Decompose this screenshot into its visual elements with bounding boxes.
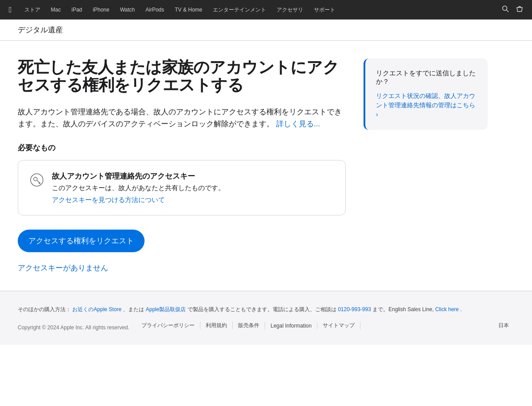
access-key-content: 故人アカウント管理連絡先のアクセスキー このアクセスキーは、故人があなたと共有し… (52, 171, 225, 204)
nav-item-entertainment[interactable]: エンターテインメント (207, 0, 271, 20)
nav-item-store[interactable]: ストア (19, 0, 46, 20)
learn-more-link[interactable]: 詳しく見る... (276, 120, 320, 128)
key-icon (29, 172, 45, 188)
info-card: リクエストをすでに送信しましたか？ リクエスト状況の確認、故人アカウント管理連絡… (364, 59, 488, 130)
access-key-title: 故人アカウント管理連絡先のアクセスキー (52, 171, 225, 181)
required-heading: 必要なもの (18, 143, 346, 153)
info-card-link[interactable]: リクエスト状況の確認、故人アカウント管理連絡先情報の管理はこちら › (376, 92, 475, 118)
svg-line-4 (37, 180, 40, 183)
footer-purchase-post: で製品を購入することもできます。電話による購入、ご相談は (188, 306, 336, 312)
footer-phone-link[interactable]: 0120-993-993 (338, 306, 371, 312)
nav-items: ストア Mac iPad iPhone Watch AirPods TV & H… (19, 0, 502, 20)
search-icon[interactable] (502, 5, 509, 14)
page-title: 死亡した友人または家族のアカウントにアクセスする権利をリクエストする (18, 59, 346, 94)
footer-click-here-link[interactable]: Click here (435, 306, 459, 312)
nav-item-iphone[interactable]: iPhone (87, 0, 114, 20)
left-column: 死亡した友人または家族のアカウントにアクセスする権利をリクエストする 故人アカウ… (18, 59, 346, 273)
footer-purchase-info: そのほかの購入方法： お近くのApple Store 、または Apple製品取… (18, 305, 514, 314)
no-access-key-link[interactable]: アクセスキーがありません (18, 263, 346, 273)
footer-link-terms[interactable]: 利用規約 (200, 322, 233, 329)
nav-actions (502, 5, 523, 14)
nav-item-mac[interactable]: Mac (46, 0, 66, 20)
breadcrumb-bar: デジタル遺産 (0, 20, 532, 41)
footer-links: Copyright © 2024 Apple Inc. All rights r… (18, 321, 514, 331)
shopping-bag-icon[interactable] (516, 5, 523, 14)
footer-link-privacy[interactable]: プライバシーポリシー (136, 322, 200, 329)
navigation:  ストア Mac iPad iPhone Watch AirPods TV &… (0, 0, 532, 20)
main-content: 死亡した友人または家族のアカウントにアクセスする権利をリクエストする 故人アカウ… (0, 41, 532, 291)
footer: そのほかの購入方法： お近くのApple Store 、または Apple製品取… (0, 291, 532, 345)
info-card-question: リクエストをすでに送信しましたか？ (376, 69, 477, 86)
footer-link-sales[interactable]: 販売条件 (233, 322, 265, 329)
nav-item-accessories[interactable]: アクセサリ (271, 0, 309, 20)
nav-item-ipad[interactable]: iPad (66, 0, 87, 20)
footer-copyright: Copyright © 2024 Apple Inc. All rights r… (18, 324, 129, 331)
footer-link-legal[interactable]: Legal Information (265, 323, 317, 329)
right-column: リクエストをすでに送信しましたか？ リクエスト状況の確認、故人アカウント管理連絡… (364, 59, 488, 130)
footer-link-region[interactable]: 日本 (493, 322, 514, 329)
footer-phone-post: まで。English Sales Line, (372, 306, 434, 312)
nav-item-tv-home[interactable]: TV & Home (169, 0, 207, 20)
nav-item-airpods[interactable]: AirPods (140, 0, 169, 20)
footer-or-text: 、または (123, 306, 144, 312)
nav-item-support[interactable]: サポート (309, 0, 340, 20)
request-access-button[interactable]: アクセスする権利をリクエスト (18, 230, 145, 252)
footer-retailer-link[interactable]: Apple製品取扱店 (146, 306, 186, 312)
footer-link-sitemap[interactable]: サイトマップ (317, 322, 360, 329)
page-description: 故人アカウント管理連絡先である場合、故人のアカウントにアクセスする権利をリクエス… (18, 106, 346, 130)
apple-logo-icon[interactable]:  (9, 5, 12, 15)
svg-line-1 (507, 10, 509, 12)
footer-purchase-pre: そのほかの購入方法： (18, 306, 71, 312)
nav-item-watch[interactable]: Watch (115, 0, 141, 20)
access-key-how-to-link[interactable]: アクセスキーを見つける方法について (52, 196, 165, 203)
access-key-desc: このアクセスキーは、故人があなたと共有したものです。 (52, 184, 225, 192)
access-key-card: 故人アカウント管理連絡先のアクセスキー このアクセスキーは、故人があなたと共有し… (18, 160, 346, 215)
breadcrumb: デジタル遺産 (18, 26, 63, 34)
footer-near-store-link[interactable]: お近くのApple Store (72, 306, 121, 312)
